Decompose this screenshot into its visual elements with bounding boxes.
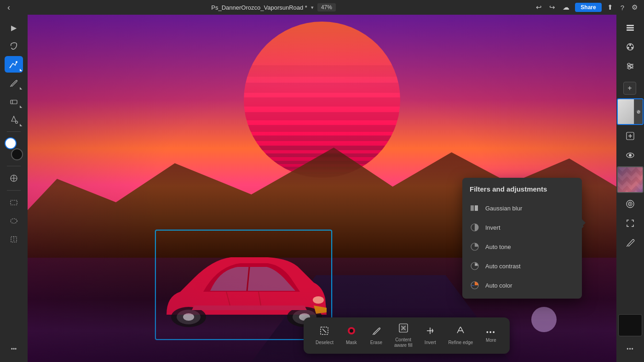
erase-tool[interactable]: Erase [365, 324, 388, 347]
share-button[interactable]: Share [575, 3, 601, 12]
top-bar: ‹ Ps_DannerOrozco_VaporsunRoad * ▾ 47% ↩… [0, 0, 644, 15]
context-menu-title: Filters and adjustments [462, 185, 582, 198]
svg-point-35 [631, 47, 633, 49]
redo-button[interactable]: ↪ [547, 2, 557, 12]
right-more-button[interactable]: ••• [621, 341, 639, 357]
content-aware-fill-label: Content aware fill [394, 337, 412, 348]
auto-tone-item[interactable]: Auto tone [462, 237, 582, 256]
refine-edge-icon [455, 326, 466, 338]
erase-icon [371, 326, 381, 338]
more-tool[interactable]: ••• More [479, 327, 502, 345]
dark-color-swatch[interactable] [618, 314, 642, 336]
svg-point-2 [16, 121, 18, 124]
svg-line-24 [322, 329, 326, 333]
visibility-button[interactable] [621, 147, 639, 164]
fill-tool[interactable]: ◣ [5, 111, 23, 128]
adjustments-button[interactable] [621, 58, 639, 74]
layer-1-thumbnail[interactable]: 👁 ⊘ [617, 98, 644, 125]
invert-icon [470, 222, 480, 232]
car-element [157, 232, 328, 338]
foreground-color-swatch[interactable] [5, 137, 17, 149]
layers-button[interactable] [621, 19, 639, 36]
ellipse-marquee-tool[interactable] [5, 213, 23, 229]
settings-button[interactable]: ⚙ [630, 2, 639, 12]
svg-rect-31 [627, 27, 634, 28]
content-aware-fill-tool[interactable]: Content aware fill [390, 321, 417, 350]
document-title: Ps_DannerOrozco_VaporsunRoad * [211, 4, 307, 11]
gaussian-blur-label: Gaussian blur [485, 205, 522, 212]
more-icon: ••• [486, 328, 496, 336]
auto-color-icon [470, 280, 480, 290]
svg-point-41 [631, 65, 633, 68]
back-button[interactable]: ‹ [5, 2, 13, 13]
erase-label: Erase [370, 340, 382, 345]
toolbar-separator [7, 131, 21, 132]
deselect-label: Deselect [316, 340, 334, 345]
add-adjustment-button[interactable] [621, 128, 639, 144]
quick-select-tool[interactable]: ◣ [5, 56, 23, 73]
svg-point-5 [11, 219, 17, 223]
auto-contrast-icon [470, 261, 480, 271]
toolbar-separator3 [7, 190, 21, 191]
mask-label: Mask [346, 340, 357, 345]
refine-edge-label: Refine edge [448, 340, 473, 345]
svg-point-40 [628, 63, 630, 66]
svg-point-47 [629, 154, 632, 157]
svg-rect-30 [627, 25, 634, 26]
target-button[interactable] [621, 196, 639, 212]
deselect-tool[interactable]: Deselect [311, 324, 338, 347]
left-toolbar: ▶ ◣ ◣ ◣ ◣ [0, 15, 28, 362]
content-aware-fill-icon [398, 323, 408, 335]
select-tool[interactable]: ▶ [5, 19, 23, 36]
auto-tone-icon [470, 242, 480, 252]
auto-color-item[interactable]: Auto color [462, 276, 582, 295]
title-dropdown-arrow[interactable]: ▾ [311, 5, 314, 11]
export-button[interactable]: ⬆ [605, 2, 615, 12]
svg-rect-4 [11, 200, 17, 205]
auto-contrast-item[interactable]: Auto contrast [462, 256, 582, 276]
svg-rect-17 [475, 205, 478, 211]
brush-tool[interactable]: ◣ [5, 74, 23, 91]
canvas-area: Filters and adjustments Gaussian blur In… [28, 15, 616, 362]
zoom-level[interactable]: 47% [317, 3, 336, 11]
svg-point-34 [629, 44, 631, 46]
svg-point-0 [16, 61, 17, 63]
svg-point-50 [630, 204, 631, 205]
undo-button[interactable]: ↩ [534, 2, 544, 12]
floating-action-button[interactable] [531, 307, 557, 332]
column-marquee-tool[interactable] [5, 231, 23, 248]
invert-tool[interactable]: Invert [419, 324, 442, 347]
invert-label: Invert [485, 224, 500, 231]
layer-2-thumbnail[interactable] [617, 166, 644, 193]
eraser-tool[interactable]: ◣ [5, 93, 23, 109]
more-label: More [486, 338, 496, 343]
add-layer-button[interactable]: + [623, 82, 636, 95]
cloud-button[interactable]: ☁ [561, 2, 571, 12]
right-panel: + 👁 ⊘ [616, 15, 644, 362]
mask-icon [346, 326, 356, 338]
resize-button[interactable] [621, 215, 639, 232]
auto-contrast-label: Auto contrast [485, 263, 521, 270]
gaussian-blur-item[interactable]: Gaussian blur [462, 198, 582, 218]
svg-point-42 [628, 67, 631, 69]
clone-tool[interactable] [5, 170, 23, 187]
invert-selection-icon [425, 326, 435, 338]
deselect-icon [319, 326, 329, 338]
color-swatches[interactable] [5, 137, 23, 160]
stroke-button[interactable] [621, 234, 639, 251]
more-tools-button[interactable]: ••• [5, 341, 23, 357]
filters-adjustments-menu: Filters and adjustments Gaussian blur In… [462, 178, 582, 299]
svg-rect-16 [471, 205, 474, 211]
bottom-toolbar: Deselect Mask Erase Content aware fill [304, 317, 510, 354]
svg-point-36 [627, 47, 629, 49]
effects-button[interactable] [621, 39, 639, 55]
mask-tool[interactable]: Mask [340, 324, 363, 347]
help-button[interactable]: ? [619, 3, 626, 12]
lasso-tool[interactable] [5, 38, 23, 54]
background-color-swatch[interactable] [11, 148, 23, 160]
svg-rect-32 [627, 29, 634, 31]
invert-item[interactable]: Invert [462, 218, 582, 237]
rect-marquee-tool[interactable] [5, 194, 23, 211]
refine-edge-tool[interactable]: Refine edge [443, 324, 477, 347]
auto-tone-label: Auto tone [485, 243, 511, 250]
